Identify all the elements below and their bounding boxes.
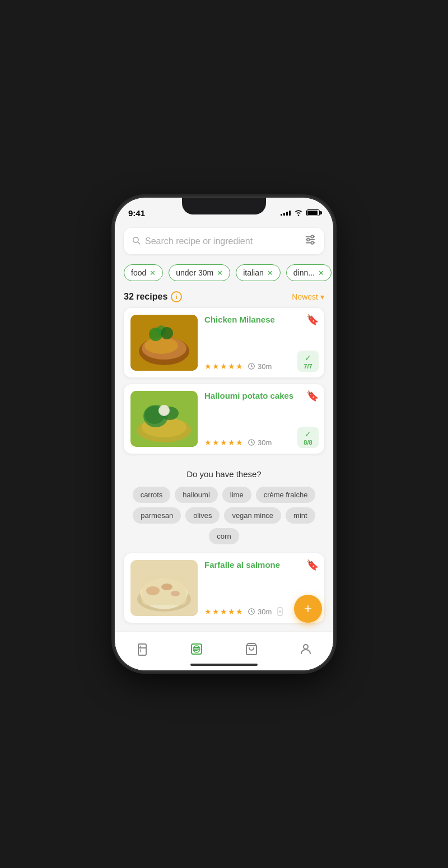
ingredient-pill[interactable]: crème fraiche [256, 487, 316, 503]
profile-icon [299, 642, 312, 656]
fridge-icon [136, 642, 149, 656]
recipe-card[interactable]: Chicken Milanese ★ ★ ★ ★ ★ [124, 308, 324, 377]
remove-filter-under30m[interactable]: ✕ [217, 269, 223, 277]
recipes-icon [190, 642, 203, 656]
ingredient-pill[interactable]: carrots [133, 487, 171, 503]
svg-point-29 [146, 586, 160, 595]
recipe-check-chicken: ✓ 7/7 [297, 351, 319, 372]
ingredient-pill[interactable]: lime [222, 487, 251, 503]
filter-tag-dinner[interactable]: dinn... ✕ [286, 264, 332, 281]
recipe-image-farfalle [130, 560, 198, 616]
remove-filter-italian[interactable]: ✕ [267, 269, 273, 277]
recipe-stars-halloumi: ★ ★ ★ ★ ★ [204, 438, 243, 447]
phone-screen: 9:41 [115, 198, 333, 670]
nav-item-fridge[interactable] [128, 638, 156, 660]
filter-tag-under30m[interactable]: under 30m ✕ [169, 264, 230, 281]
chevron-down-icon: ▾ [320, 292, 324, 301]
svg-point-11 [144, 337, 178, 354]
bookmark-icon[interactable]: 🔖 [306, 314, 319, 326]
recipe-stars-farfalle: ★ ★ ★ ★ ★ [204, 607, 243, 616]
recipe-name: Chicken Milanese [204, 315, 318, 324]
notch [182, 198, 266, 214]
remove-filter-dinner[interactable]: ✕ [318, 269, 324, 277]
svg-point-46 [304, 645, 308, 649]
search-bar-container: Search recipe or ingredient [115, 222, 333, 260]
bookmark-icon-halloumi[interactable]: 🔖 [306, 390, 319, 402]
recipe-time-halloumi: 30m [248, 438, 272, 447]
screen-content[interactable]: Search recipe or ingredient [115, 222, 333, 631]
ingredient-pill[interactable]: vegan mince [224, 507, 281, 524]
remove-filter-food[interactable]: ✕ [150, 269, 156, 277]
search-icon [132, 236, 141, 247]
svg-point-6 [307, 239, 310, 241]
ingredients-title: Do you have these? [124, 469, 324, 479]
svg-rect-36 [138, 644, 146, 655]
recipe-check-halloumi: ✓ 8/8 [297, 427, 319, 448]
recipe-time-farfalle: 30m [248, 607, 284, 616]
results-header: 32 recipes i Newest ▾ [115, 288, 333, 308]
recipe-name-farfalle: Farfalle al salmone [204, 560, 318, 570]
bookmark-icon-farfalle[interactable]: 🔖 [306, 559, 319, 571]
recipe-image-chicken [130, 315, 198, 371]
ingredient-pill[interactable]: parmesan [133, 507, 181, 524]
filter-tags: food ✕ under 30m ✕ italian ✕ dinn... ✕ [115, 260, 333, 288]
status-icons [281, 209, 320, 216]
filter-tag-italian[interactable]: italian ✕ [236, 264, 281, 281]
nav-item-cart[interactable] [237, 638, 265, 660]
recipe-image-halloumi [130, 391, 198, 447]
recipe-name-halloumi: Halloumi potato cakes [204, 391, 318, 400]
nav-item-recipes[interactable] [183, 638, 211, 660]
recipe-card-halloumi[interactable]: Halloumi potato cakes ★ ★ ★ ★ ★ [124, 384, 324, 454]
filter-icon[interactable] [304, 234, 316, 249]
recipe-stars: ★ ★ ★ ★ ★ [204, 362, 243, 371]
svg-line-1 [138, 242, 140, 244]
cart-icon [245, 642, 258, 656]
svg-point-5 [311, 235, 314, 238]
svg-point-14 [161, 327, 173, 339]
recipe-time: 30m [248, 362, 272, 371]
status-time: 9:41 [128, 208, 145, 218]
sort-button[interactable]: Newest ▾ [292, 292, 324, 301]
ingredient-pill[interactable]: corn [209, 528, 239, 544]
search-placeholder: Search recipe or ingredient [145, 236, 300, 246]
signal-icon [281, 211, 291, 216]
ingredient-pill[interactable]: olives [185, 507, 220, 524]
ingredients-section: Do you have these? carrots halloumi lime… [115, 460, 333, 553]
info-icon[interactable]: i [171, 291, 182, 302]
ingredient-pill[interactable]: mint [286, 507, 315, 524]
battery-icon [306, 209, 320, 216]
results-count: 32 recipes i [124, 291, 182, 302]
filter-tag-food[interactable]: food ✕ [124, 264, 163, 281]
wifi-icon [294, 209, 303, 216]
svg-point-7 [311, 241, 314, 244]
svg-point-31 [171, 591, 180, 596]
svg-point-23 [160, 408, 169, 414]
nav-item-profile[interactable] [292, 638, 320, 660]
ingredients-grid: carrots halloumi lime crème fraiche parm… [124, 487, 324, 544]
home-indicator[interactable] [190, 664, 258, 666]
phone-frame: 9:41 [115, 198, 333, 670]
ingredient-pill[interactable]: halloumi [175, 487, 217, 503]
add-button[interactable]: + [294, 595, 322, 623]
svg-point-30 [161, 584, 172, 590]
search-bar[interactable]: Search recipe or ingredient [124, 228, 324, 254]
